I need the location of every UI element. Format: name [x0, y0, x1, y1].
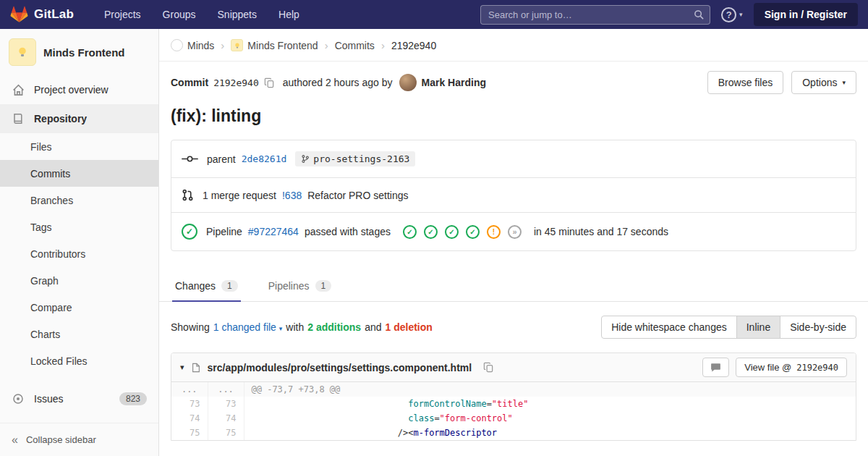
- gitlab-commit-page: GitLab Projects Groups Snippets Help ? ▾…: [0, 0, 868, 456]
- mr-title: Refactor PRO settings: [307, 190, 408, 201]
- breadcrumb-group[interactable]: Minds: [171, 39, 214, 51]
- old-line-number[interactable]: 73: [171, 397, 208, 411]
- chevron-down-icon: ▾: [842, 79, 846, 86]
- pipeline-status-icon[interactable]: ✓: [182, 224, 197, 240]
- parent-label: parent: [207, 153, 236, 165]
- sidebar-item-charts[interactable]: Charts: [0, 321, 158, 347]
- code-equals: =: [487, 399, 492, 409]
- additions-count: 2 additions: [307, 321, 361, 333]
- new-line-number[interactable]: 73: [208, 397, 244, 411]
- side-by-side-view-button[interactable]: Side-by-side: [780, 316, 856, 339]
- old-line-number[interactable]: 74: [171, 411, 208, 426]
- gitlab-tanuki-icon: [10, 6, 28, 23]
- copy-file-path-button[interactable]: [483, 362, 494, 373]
- sidebar-item-commits[interactable]: Commits: [0, 160, 158, 187]
- commit-icon: [182, 153, 198, 164]
- breadcrumb-separator-icon: ›: [325, 39, 328, 51]
- search-input[interactable]: [480, 5, 710, 25]
- sidebar-item-compare[interactable]: Compare: [0, 294, 158, 321]
- inline-view-button[interactable]: Inline: [736, 316, 780, 339]
- deletions-count: 1 deletion: [385, 321, 432, 333]
- new-line-number[interactable]: 74: [208, 411, 244, 426]
- issues-icon: [12, 393, 25, 405]
- repository-submenu: Files Commits Branches Tags Contributors…: [0, 133, 158, 374]
- collapse-diff-chevron-icon[interactable]: ▾: [180, 363, 184, 372]
- sidebar-item-label: Locked Files: [30, 355, 88, 367]
- breadcrumb-commits[interactable]: Commits: [335, 40, 375, 51]
- tab-label: Pipelines: [268, 280, 310, 292]
- copy-sha-button[interactable]: [264, 77, 275, 88]
- new-line-number[interactable]: 75: [208, 426, 244, 440]
- nav-groups[interactable]: Groups: [163, 9, 196, 20]
- pipeline-id-link[interactable]: #97227464: [248, 226, 299, 237]
- search-icon: [694, 9, 705, 20]
- sidebar-item-repository[interactable]: Repository: [0, 104, 158, 133]
- collapse-chevrons-icon: «: [12, 434, 18, 446]
- main-content: Minds › Minds Frontend › Commits › 2192e…: [159, 29, 868, 456]
- stage-success-icon[interactable]: ✓: [424, 225, 438, 239]
- parent-sha-link[interactable]: 2de8261d: [242, 153, 287, 164]
- toggle-comments-button[interactable]: [702, 358, 729, 377]
- tab-changes[interactable]: Changes 1: [172, 271, 241, 302]
- browse-files-button[interactable]: Browse files: [707, 71, 783, 94]
- nav-snippets[interactable]: Snippets: [218, 9, 257, 20]
- help-dropdown[interactable]: ? ▾: [721, 7, 743, 22]
- commit-tabs: Changes 1 Pipelines 1: [159, 271, 868, 302]
- sidebar-item-contributors[interactable]: Contributors: [0, 240, 158, 267]
- code-indent: /><: [252, 428, 414, 438]
- code-attr-name: formControlName: [408, 399, 486, 409]
- stage-success-icon[interactable]: ✓: [445, 225, 459, 239]
- chevron-down-icon: ▾: [279, 325, 283, 332]
- stage-warning-icon[interactable]: !: [487, 225, 501, 239]
- file-path[interactable]: src/app/modules/pro/settings/settings.co…: [208, 362, 472, 373]
- changed-files-label: 1 changed file: [213, 321, 276, 333]
- project-name: Minds Frontend: [43, 46, 125, 59]
- sidebar-item-graph[interactable]: Graph: [0, 267, 158, 294]
- stage-success-icon[interactable]: ✓: [403, 225, 417, 239]
- stage-success-icon[interactable]: ✓: [466, 225, 480, 239]
- mr-count-text: 1 merge request: [203, 190, 276, 201]
- gitlab-home-link[interactable]: GitLab: [10, 6, 74, 23]
- options-dropdown-button[interactable]: Options ▾: [791, 71, 856, 94]
- diff-line-73: 73 73 formControlName="title": [171, 397, 856, 411]
- copy-icon: [483, 362, 494, 373]
- commit-info-box: parent 2de8261d pro-settings-2163 1 merg…: [171, 140, 856, 251]
- sidebar-item-project-overview[interactable]: Project overview: [0, 75, 158, 104]
- commit-meta-row: Commit 2192e940 authored 2 hours ago by …: [159, 62, 868, 94]
- sidebar-item-label: Compare: [30, 302, 72, 313]
- sidebar-item-locked-files[interactable]: Locked Files: [0, 347, 158, 374]
- changes-count-badge: 1: [221, 280, 238, 292]
- view-file-sha: 2192e940: [796, 363, 838, 373]
- collapse-sidebar-button[interactable]: « Collapse sidebar: [0, 423, 158, 456]
- author-name[interactable]: Mark Harding: [422, 77, 486, 88]
- sidebar-item-tags[interactable]: Tags: [0, 214, 158, 240]
- diff-line-74: 74 74 class="form-control": [171, 411, 856, 426]
- mr-ref-link[interactable]: !638: [282, 190, 302, 201]
- hunk-new-marker: ...: [208, 382, 244, 397]
- pipeline-row: ✓ Pipeline #97227464 passed with stages …: [171, 212, 856, 250]
- collapse-label: Collapse sidebar: [26, 434, 96, 445]
- old-line-number[interactable]: 75: [171, 426, 208, 440]
- merge-request-row: 1 merge request !638 Refactor PRO settin…: [171, 177, 856, 212]
- hunk-header: @@ -73,7 +73,8 @@: [244, 382, 856, 397]
- breadcrumb-separator-icon: ›: [221, 39, 224, 51]
- sidebar-item-branches[interactable]: Branches: [0, 187, 158, 214]
- breadcrumb-separator-icon: ›: [381, 39, 385, 51]
- nav-help[interactable]: Help: [278, 9, 299, 20]
- branch-ref-pill[interactable]: pro-settings-2163: [295, 151, 415, 166]
- nav-projects[interactable]: Projects: [104, 9, 141, 20]
- author-avatar[interactable]: [399, 74, 417, 91]
- project-mini-avatar: [231, 39, 243, 51]
- project-context-header[interactable]: Minds Frontend: [0, 29, 158, 75]
- hide-whitespace-button[interactable]: Hide whitespace changes: [601, 316, 737, 339]
- sidebar-item-issues[interactable]: Issues 823: [0, 384, 158, 413]
- tab-pipelines[interactable]: Pipelines 1: [265, 271, 335, 302]
- sidebar-item-files[interactable]: Files: [0, 133, 158, 160]
- stage-skipped-icon[interactable]: »: [508, 225, 522, 239]
- signin-register-button[interactable]: Sign in / Register: [754, 3, 858, 26]
- view-file-button[interactable]: View file @ 2192e940: [736, 358, 847, 377]
- brand-name: GitLab: [34, 7, 74, 22]
- breadcrumb-project[interactable]: Minds Frontend: [231, 39, 318, 51]
- pipeline-status-text: passed with stages: [305, 226, 391, 237]
- changed-files-dropdown[interactable]: 1 changed file ▾: [213, 321, 283, 333]
